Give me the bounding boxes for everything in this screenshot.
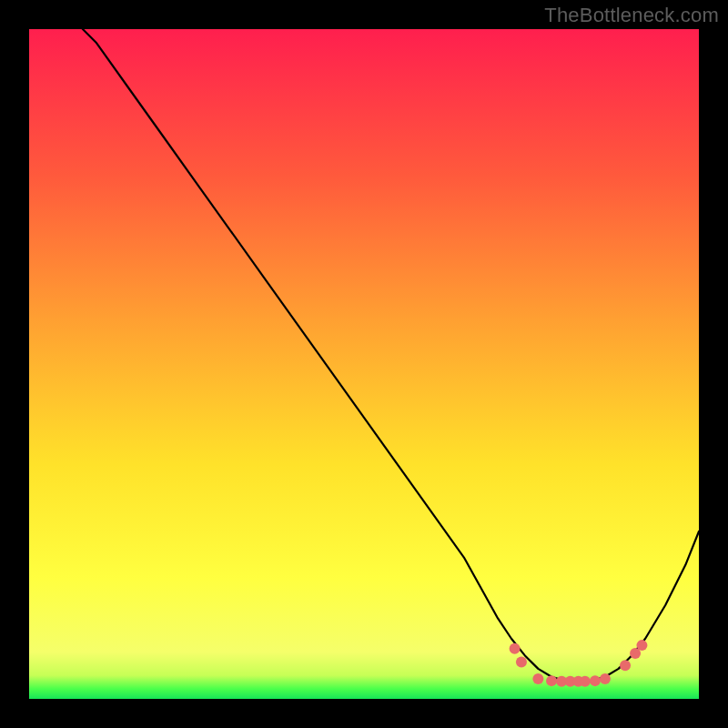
marker-dot (636, 640, 647, 651)
marker-dot (532, 673, 543, 684)
marker-dot (600, 673, 611, 684)
marker-dot (590, 675, 601, 686)
watermark-text: TheBottleneck.com (544, 4, 719, 27)
plot-background (29, 29, 699, 699)
chart-container: { "watermark": "TheBottleneck.com", "plo… (0, 0, 728, 728)
marker-dot (516, 657, 527, 668)
marker-dot (580, 676, 591, 687)
marker-dot (546, 675, 557, 686)
bottleneck-chart (0, 0, 728, 728)
marker-dot (620, 660, 631, 671)
marker-dot (510, 643, 521, 654)
